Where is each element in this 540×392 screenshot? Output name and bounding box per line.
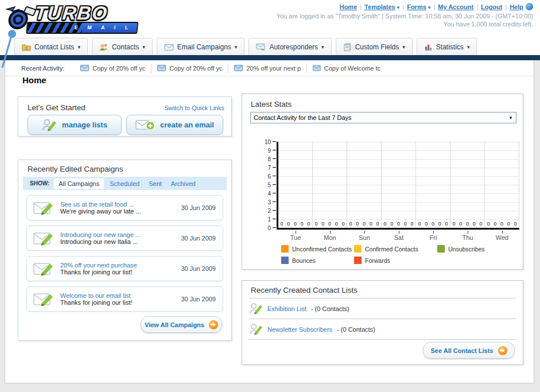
x-tick-label: Sat — [382, 231, 416, 241]
campaign-title-link[interactable]: Introducing our new range ... — [60, 231, 181, 238]
envelope-icon — [234, 65, 243, 71]
see-all-contact-lists-button[interactable]: See All Contact Lists — [423, 342, 515, 359]
get-started-title: Let's Get Started — [28, 103, 86, 112]
separator: | — [476, 3, 478, 10]
campaigns-panel: Recently Edited Campaigns SHOW: All Camp… — [18, 160, 232, 341]
activity-item[interactable]: Copy of 20% off yc — [75, 64, 151, 73]
chart-group: 00000 — [416, 142, 450, 228]
link-templates[interactable]: Templates — [364, 3, 395, 10]
activity-item-label: 20% off your next p — [246, 65, 301, 72]
folder-icon — [22, 43, 31, 51]
campaign-subtitle: Thanks for joining our list! — [60, 299, 181, 306]
campaign-title-link[interactable]: See us at the retail food ... — [60, 201, 181, 208]
value-labels: 00000 — [416, 221, 450, 227]
bar-chart-icon — [424, 43, 433, 51]
select-value: Contact Activity for the Last 7 Days — [251, 114, 508, 121]
tab-contacts[interactable]: Contacts▾ — [92, 38, 153, 56]
separator: | — [402, 3, 404, 10]
chevron-down-icon: ▾ — [321, 44, 324, 50]
envelope-icon — [80, 65, 89, 71]
chart-legend: Unconfirmed ContactsConfirmed ContactsUn… — [281, 245, 529, 264]
tab-email-campaigns[interactable]: Email Campaigns▾ — [157, 38, 245, 56]
chart-group: 00000 — [313, 142, 347, 228]
legend-swatch — [281, 245, 289, 253]
tab-statistics[interactable]: Statistics▾ — [417, 38, 477, 56]
activity-item-label: Copy of 20% off yc — [92, 65, 145, 72]
tab-label: Custom Fields — [355, 43, 399, 51]
campaign-card[interactable]: See us at the retail food ... We're givi… — [26, 195, 223, 220]
y-tick-mark — [273, 150, 276, 150]
see-all-contact-lists-label: See All Contact Lists — [430, 347, 493, 354]
legend-label: Unsubscribes — [448, 246, 485, 253]
create-email-button[interactable]: create an email — [126, 115, 223, 135]
link-forms[interactable]: Forms — [407, 3, 426, 10]
contact-list-item[interactable]: Newsletter Subscribers - (0 Contacts) — [249, 319, 516, 340]
activity-item[interactable]: Copy of Welcome tc — [306, 64, 386, 73]
envelope-arrow-icon — [256, 43, 266, 51]
contact-list-link[interactable]: Exhibition List — [267, 305, 306, 312]
link-home[interactable]: Home — [340, 3, 358, 10]
arrow-right-icon — [498, 346, 507, 355]
activity-item-label: Copy of 20% off yc — [169, 65, 222, 72]
filter-all-campaigns[interactable]: All Campaigns — [54, 178, 104, 189]
y-tick-label: 4 — [259, 191, 271, 197]
envelope-pencil-icon — [33, 290, 56, 308]
campaign-card[interactable]: Welcome to our email list Thanks for joi… — [26, 286, 223, 312]
campaign-title-link[interactable]: 20% off your next purchase — [60, 262, 181, 269]
link-my-account[interactable]: My Account — [438, 3, 473, 10]
link-help[interactable]: Help — [510, 3, 523, 10]
y-tick-label: 0 — [259, 225, 271, 231]
tab-contact-lists[interactable]: Contact Lists▾ — [14, 38, 88, 56]
tab-autoresponders[interactable]: Autoresponders▾ — [248, 38, 331, 56]
y-tick-label: 7 — [259, 165, 271, 171]
tab-label: Contacts — [112, 43, 139, 51]
filter-sent[interactable]: Sent — [149, 180, 162, 187]
y-tick-label: 5 — [259, 182, 271, 188]
legend-swatch — [354, 245, 362, 253]
x-tick-label: Sun — [347, 231, 382, 241]
y-tick-label: 10 — [259, 139, 271, 145]
activity-item[interactable]: 20% off your next p — [228, 64, 306, 73]
activity-item[interactable]: Copy of 20% off yc — [151, 64, 228, 73]
logo-text: TURBO — [34, 2, 109, 24]
help-ball-icon[interactable] — [526, 3, 533, 10]
switch-quick-links[interactable]: Switch to Quick Links — [164, 104, 224, 111]
view-all-campaigns-button[interactable]: View All Campaigns — [141, 316, 222, 333]
campaign-card[interactable]: Introducing our new range ... Introducin… — [26, 226, 223, 251]
navy-divider-bar — [0, 55, 540, 60]
filter-archived[interactable]: Archived — [171, 180, 196, 187]
stats-report-select[interactable]: Contact Activity for the Last 7 Days ▼ — [250, 112, 516, 123]
y-tick-label: 1 — [259, 216, 271, 223]
value-labels: 00000 — [382, 221, 415, 227]
chevron-down-icon: ▾ — [467, 44, 470, 50]
pages-icon — [343, 43, 352, 51]
chevron-down-icon: ▾ — [402, 44, 405, 50]
campaigns-title: Recently Edited Campaigns — [28, 165, 123, 173]
y-tick-label: 9 — [259, 148, 271, 154]
legend-item: Unsubscribes — [437, 245, 529, 253]
person-pencil-icon — [249, 302, 263, 316]
link-logout[interactable]: Logout — [481, 3, 502, 10]
recent-activity-label: Recent Activity: — [21, 65, 64, 72]
campaign-title-link[interactable]: Welcome to our email list — [60, 292, 181, 299]
y-tick-mark — [273, 184, 276, 185]
manage-lists-label: manage lists — [62, 121, 107, 129]
activity-item-label: Copy of Welcome tc — [324, 65, 380, 72]
get-started-panel: Let's Get Started Switch to Quick Links … — [18, 96, 232, 137]
contact-list-count: - (0 Contacts) — [337, 326, 375, 333]
manage-lists-button[interactable]: manage lists — [28, 115, 122, 135]
y-tick-mark — [273, 201, 276, 202]
person-pencil-icon — [249, 323, 263, 336]
value-labels: 00000 — [347, 221, 381, 227]
campaign-subtitle: We're giving away our late ... — [60, 208, 181, 215]
contact-lists-panel: Recently Created Contact Lists Exhibitio… — [242, 280, 523, 365]
filter-scheduled[interactable]: Scheduled — [110, 180, 139, 187]
contact-list-item[interactable]: Exhibition List - (0 Contacts) — [249, 298, 516, 319]
main-nav-tabs: Contact Lists▾ Contacts▾ Email Campaigns… — [14, 38, 477, 56]
tab-custom-fields[interactable]: Custom Fields▾ — [336, 38, 413, 56]
y-tick-mark — [273, 227, 276, 228]
value-labels: 00000 — [278, 221, 312, 227]
contact-list-link[interactable]: Newsletter Subscribers — [267, 326, 332, 333]
separator: | — [505, 3, 507, 10]
campaign-card[interactable]: 20% off your next purchase Thanks for jo… — [26, 256, 223, 281]
